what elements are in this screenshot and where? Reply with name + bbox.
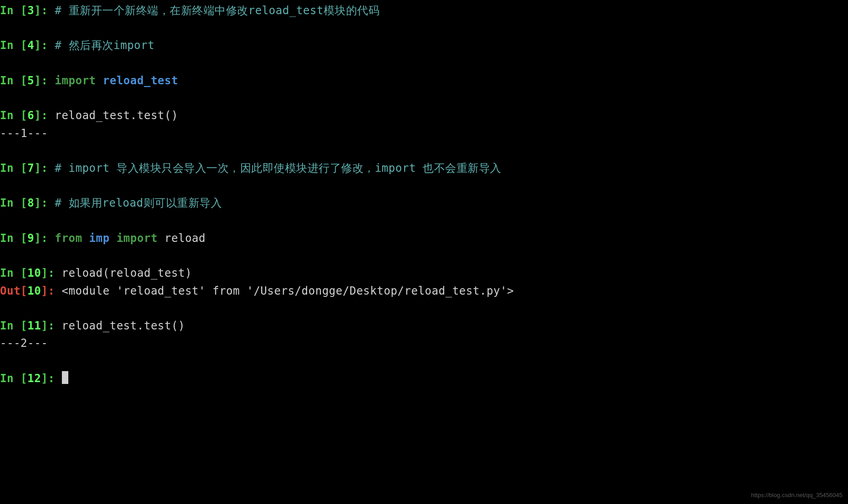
cell-number: 12 <box>28 372 41 385</box>
cell-number: 9 <box>28 232 34 245</box>
input-cell: In [8]: # 如果用reload则可以重新导入 <box>0 194 848 212</box>
comment-token: # import 导入模块只会导入一次，因此即使模块进行了修改，import 也… <box>55 162 501 175</box>
cell-number: 6 <box>28 109 34 122</box>
code-token: reload(reload_test) <box>62 267 192 279</box>
input-cell: In [5]: import reload_test <box>0 72 848 89</box>
code-token: reload <box>158 232 206 245</box>
watermark-text: https://blog.csdn.net/qq_35456045 <box>751 491 843 500</box>
in-prompt-close: ]: <box>34 4 55 17</box>
in-prompt-label: In [ <box>0 4 28 17</box>
code-token: reload_test.test() <box>62 319 185 332</box>
input-cell: In [9]: from imp import reload <box>0 230 848 247</box>
comment-token: # 如果用reload则可以重新导入 <box>55 197 222 209</box>
keyword-token: import <box>116 232 158 245</box>
code-token <box>110 232 116 245</box>
blank-line <box>0 212 848 230</box>
in-prompt-close: ]: <box>34 232 55 245</box>
blank-line <box>0 177 848 194</box>
cursor[interactable] <box>62 371 68 384</box>
cell-number: 8 <box>28 197 34 209</box>
module-token: reload_test <box>103 74 178 87</box>
keyword-token: import <box>55 74 96 87</box>
code-token <box>96 74 103 87</box>
blank-line <box>0 352 848 370</box>
code-token: <module 'reload_test' from '/Users/dongg… <box>62 285 514 297</box>
in-prompt-label: In [ <box>0 109 28 122</box>
cell-number: 3 <box>28 4 34 17</box>
blank-line <box>0 55 848 72</box>
cell-number: 5 <box>28 74 34 87</box>
in-prompt-close: ]: <box>41 267 62 279</box>
in-prompt-close: ]: <box>34 162 55 175</box>
input-cell: In [11]: reload_test.test() <box>0 317 848 334</box>
output-line: ---1--- <box>0 125 848 142</box>
input-cell: In [4]: # 然后再次import <box>0 37 848 54</box>
blank-line <box>0 89 848 107</box>
cell-number: 10 <box>28 267 41 279</box>
in-prompt-label: In [ <box>0 372 28 385</box>
in-prompt-close: ]: <box>34 74 55 87</box>
out-prompt-label: Out[ <box>0 285 28 297</box>
blank-line <box>0 142 848 159</box>
comment-token: # 重新开一个新终端，在新终端中修改reload_test模块的代码 <box>55 4 380 17</box>
input-cell: In [10]: reload(reload_test) <box>0 264 848 282</box>
in-prompt-label: In [ <box>0 197 28 209</box>
cell-number: 7 <box>28 162 34 175</box>
input-cell: In [3]: # 重新开一个新终端，在新终端中修改reload_test模块的… <box>0 2 848 19</box>
cell-number: 4 <box>28 39 34 52</box>
in-prompt-label: In [ <box>0 39 28 52</box>
in-prompt-label: In [ <box>0 74 28 87</box>
module-token: imp <box>89 232 110 245</box>
terminal-output[interactable]: In [3]: # 重新开一个新终端，在新终端中修改reload_test模块的… <box>0 0 848 389</box>
output-line: ---2--- <box>0 334 848 352</box>
output-cell: Out[10]: <module 'reload_test' from '/Us… <box>0 282 848 300</box>
input-cell: In [7]: # import 导入模块只会导入一次，因此即使模块进行了修改，… <box>0 159 848 177</box>
in-prompt-close: ]: <box>34 109 55 122</box>
in-prompt-label: In [ <box>0 267 28 279</box>
in-prompt-close: ]: <box>34 39 55 52</box>
in-prompt-close: ]: <box>41 319 62 332</box>
in-prompt-label: In [ <box>0 162 28 175</box>
code-token <box>82 232 89 245</box>
code-token: reload_test.test() <box>55 109 178 122</box>
input-cell: In [12]: <box>0 370 848 387</box>
in-prompt-label: In [ <box>0 319 28 332</box>
blank-line <box>0 300 848 317</box>
comment-token: # 然后再次import <box>55 39 155 52</box>
input-cell: In [6]: reload_test.test() <box>0 107 848 124</box>
keyword-token: from <box>55 232 83 245</box>
in-prompt-close: ]: <box>34 197 55 209</box>
cell-number: 11 <box>28 319 41 332</box>
in-prompt-label: In [ <box>0 232 28 245</box>
out-prompt-close: ]: <box>41 285 62 297</box>
blank-line <box>0 19 848 37</box>
blank-line <box>0 247 848 264</box>
in-prompt-close: ]: <box>41 372 62 385</box>
cell-number: 10 <box>28 285 41 297</box>
